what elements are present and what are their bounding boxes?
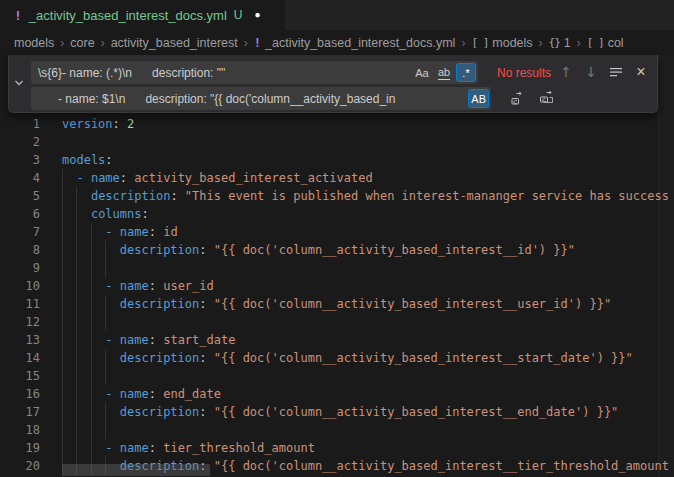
code-line[interactable]: version: 2 — [40, 115, 674, 133]
indent-guide — [76, 331, 77, 349]
line-number[interactable]: 5 — [0, 187, 40, 205]
next-match-button[interactable]: ↓ — [580, 61, 602, 83]
breadcrumb-item[interactable]: {}1 — [549, 36, 571, 50]
regex-button[interactable]: .* — [456, 63, 476, 82]
code-editor[interactable]: 1version: 223models:4 - name: activity_b… — [0, 55, 674, 477]
code-row: 17 description: "{{ doc('column__activit… — [0, 403, 674, 421]
line-number[interactable]: 20 — [0, 457, 40, 475]
close-find-widget-button[interactable]: × — [630, 61, 652, 83]
line-number[interactable]: 12 — [0, 313, 40, 331]
code-line[interactable]: description: "{{ doc('column__activity_b… — [40, 349, 674, 367]
breadcrumb-item[interactable]: core — [70, 36, 94, 50]
line-number[interactable]: 8 — [0, 241, 40, 259]
indent-guide — [62, 169, 63, 187]
previous-match-button[interactable]: ↑ — [555, 61, 577, 83]
tab-title: _activity_based_interest_docs.yml — [29, 8, 227, 23]
line-number[interactable]: 2 — [0, 133, 40, 151]
code-row: 12 — [0, 313, 674, 331]
horizontal-scrollbar[interactable] — [62, 464, 210, 476]
code-line[interactable] — [40, 421, 674, 439]
code-line[interactable] — [40, 259, 674, 277]
code-row: 18 — [0, 421, 674, 439]
find-nav-buttons: ↑ ↓ × — [555, 61, 652, 83]
breadcrumb: models›core›activity_based_interest›!_ac… — [0, 30, 674, 55]
line-number[interactable]: 7 — [0, 223, 40, 241]
line-number[interactable]: 15 — [0, 367, 40, 385]
code-row: 13 - name: start_date — [0, 331, 674, 349]
line-number[interactable]: 1 — [0, 115, 40, 133]
breadcrumb-item[interactable]: models — [14, 36, 54, 50]
line-number[interactable]: 16 — [0, 385, 40, 403]
indent-guide — [62, 331, 63, 349]
indent-guide — [91, 403, 92, 421]
line-number[interactable]: 18 — [0, 421, 40, 439]
code-line[interactable]: - name: tier_threshold_amount — [40, 439, 674, 457]
line-number[interactable]: 17 — [0, 403, 40, 421]
match-case-button[interactable]: Aa — [412, 63, 432, 82]
editor-tab[interactable]: ! _activity_based_interest_docs.yml U ● — [0, 0, 285, 30]
indent-guide — [62, 205, 63, 223]
breadcrumb-item[interactable]: [ ]col — [587, 36, 624, 50]
code-line[interactable]: - name: activity_based_interest_activate… — [40, 169, 674, 187]
line-number[interactable]: 19 — [0, 439, 40, 457]
code-row: 1version: 2 — [0, 115, 674, 133]
line-number[interactable]: 3 — [0, 151, 40, 169]
indent-guide — [91, 259, 92, 277]
code-line[interactable] — [40, 133, 674, 151]
breadcrumb-item[interactable]: !_activity_based_interest_docs.yml — [254, 36, 456, 50]
code-line[interactable] — [40, 313, 674, 331]
code-line[interactable]: - name: id — [40, 223, 674, 241]
whole-word-button[interactable]: ab — [434, 63, 454, 82]
code-line[interactable]: description: "{{ doc('column__activity_b… — [40, 241, 674, 259]
indent-guide — [76, 313, 77, 331]
indent-guide — [91, 367, 92, 385]
code-line[interactable]: description: "{{ doc('column__activity_b… — [40, 295, 674, 313]
code-line[interactable]: - name: end_date — [40, 385, 674, 403]
replace-all-button[interactable] — [536, 87, 558, 109]
indent-guide — [62, 385, 63, 403]
line-number[interactable]: 11 — [0, 295, 40, 313]
yaml-warning-icon: ! — [254, 36, 261, 50]
code-line[interactable]: description: "{{ doc('column__activity_b… — [40, 403, 674, 421]
code-line[interactable]: - name: start_date — [40, 331, 674, 349]
indent-guide — [62, 421, 63, 439]
preserve-case-button[interactable]: AB — [468, 89, 489, 108]
find-input[interactable] — [31, 66, 412, 80]
line-number[interactable]: 4 — [0, 169, 40, 187]
indent-guide — [91, 331, 92, 349]
toggle-replace-button[interactable] — [9, 55, 29, 112]
line-number[interactable]: 14 — [0, 349, 40, 367]
code-area: 1version: 223models:4 - name: activity_b… — [0, 115, 674, 475]
replace-one-button[interactable] — [507, 87, 529, 109]
breadcrumb-separator-icon: › — [244, 36, 248, 50]
indent-guide — [105, 367, 106, 385]
indent-guide — [76, 421, 77, 439]
indent-guide — [91, 241, 92, 259]
find-in-selection-button[interactable] — [605, 61, 627, 83]
line-number[interactable]: 10 — [0, 277, 40, 295]
line-number[interactable]: 9 — [0, 259, 40, 277]
chevron-down-icon — [13, 75, 25, 93]
code-line[interactable]: columns: — [40, 205, 674, 223]
breadcrumb-item[interactable]: activity_based_interest — [111, 36, 238, 50]
line-number[interactable]: 13 — [0, 331, 40, 349]
indent-guide — [62, 223, 63, 241]
code-line[interactable]: description: "This event is published wh… — [40, 187, 674, 205]
code-row: 15 — [0, 367, 674, 385]
modified-dot-icon[interactable]: ● — [255, 10, 261, 20]
code-line[interactable]: - name: user_id — [40, 277, 674, 295]
breadcrumb-item[interactable]: [ ]models — [471, 36, 532, 50]
tab-bar: ! _activity_based_interest_docs.yml U ● — [0, 0, 674, 30]
code-line[interactable] — [40, 367, 674, 385]
code-line[interactable]: models: — [40, 151, 674, 169]
line-number[interactable]: 6 — [0, 205, 40, 223]
code-row: 8 description: "{{ doc('column__activity… — [0, 241, 674, 259]
code-row: 11 description: "{{ doc('column__activit… — [0, 295, 674, 313]
replace-input[interactable] — [31, 92, 468, 106]
code-row: 5 description: "This event is published … — [0, 187, 674, 205]
indent-guide — [91, 295, 92, 313]
code-row: 14 description: "{{ doc('column__activit… — [0, 349, 674, 367]
indent-guide — [76, 367, 77, 385]
indent-guide — [62, 259, 63, 277]
selection-lines-icon — [609, 65, 623, 79]
